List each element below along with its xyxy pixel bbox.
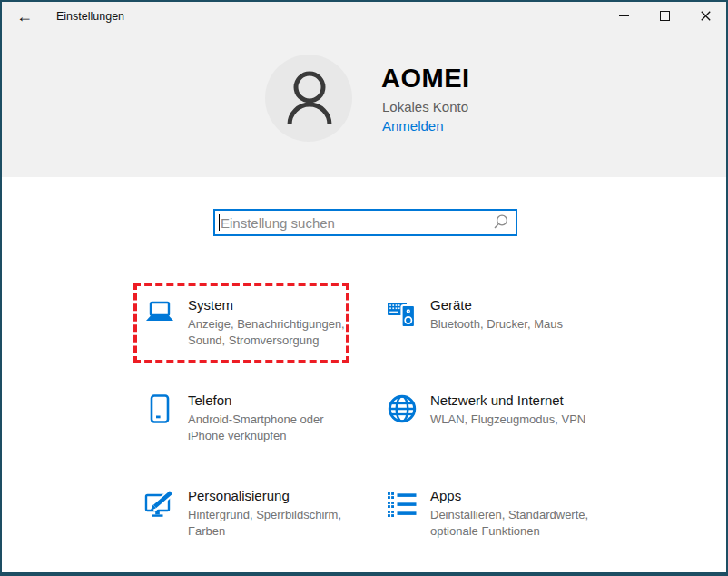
tile-subtitle: Deinstallieren, Standardwerte, optionale… (430, 507, 592, 541)
tile-devices[interactable]: Geräte Bluetooth, Drucker, Maus (378, 284, 592, 362)
tile-personalization[interactable]: Personalisierung Hintergrund, Sperrbilds… (135, 475, 349, 553)
minimize-icon (619, 15, 629, 15)
tile-system[interactable]: System Anzeige, Benachrichtigungen, Soun… (135, 284, 349, 362)
tile-subtitle: Anzeige, Benachrichtigungen, Sound, Stro… (188, 316, 349, 350)
signin-link[interactable]: Anmelden (382, 118, 444, 134)
account-type: Lokales Konto (382, 99, 468, 114)
arrow-left-icon: ← (16, 8, 33, 25)
close-icon (701, 11, 711, 21)
personalization-icon (144, 489, 177, 525)
tile-title: Apps (430, 488, 592, 503)
tile-title: Netzwerk und Internet (430, 392, 592, 408)
settings-window: ← Einstellungen AOMEI Lokales Konto Anme… (0, 0, 728, 576)
maximize-button[interactable] (644, 2, 685, 29)
search-input[interactable] (213, 209, 517, 236)
tile-subtitle: Bluetooth, Drucker, Maus (430, 316, 592, 333)
laptop-icon (144, 298, 177, 334)
tile-apps[interactable]: Apps Deinstallieren, Standardwerte, opti… (378, 475, 592, 553)
tile-title: System (188, 297, 349, 313)
account-name: AOMEI (381, 64, 470, 94)
person-icon (265, 55, 352, 142)
maximize-icon (660, 11, 670, 21)
tile-subtitle: WLAN, Flugzeugmodus, VPN (430, 412, 592, 428)
tile-phone[interactable]: Telefon Android-Smartphone oder iPhone v… (135, 380, 349, 458)
back-button[interactable]: ← (7, 4, 42, 28)
tile-subtitle: Hintergrund, Sperrbildschirm, Farben (188, 507, 349, 541)
apps-list-icon (387, 489, 419, 525)
devices-icon (387, 298, 419, 334)
tile-title: Telefon (188, 392, 349, 408)
tile-subtitle: Android-Smartphone oder iPhone verknüpfe… (188, 412, 349, 445)
smartphone-icon (144, 393, 177, 430)
minimize-button[interactable] (604, 2, 644, 29)
avatar (265, 55, 352, 142)
close-button[interactable] (685, 2, 726, 29)
window-title: Einstellungen (56, 10, 124, 23)
window-controls (604, 2, 726, 29)
globe-icon (387, 393, 419, 430)
tile-network[interactable]: Netzwerk und Internet WLAN, Flugzeugmodu… (378, 380, 592, 458)
header-region: ← Einstellungen AOMEI Lokales Konto Anme… (2, 2, 726, 177)
tile-title: Personalisierung (188, 488, 349, 503)
tile-title: Geräte (430, 297, 592, 313)
